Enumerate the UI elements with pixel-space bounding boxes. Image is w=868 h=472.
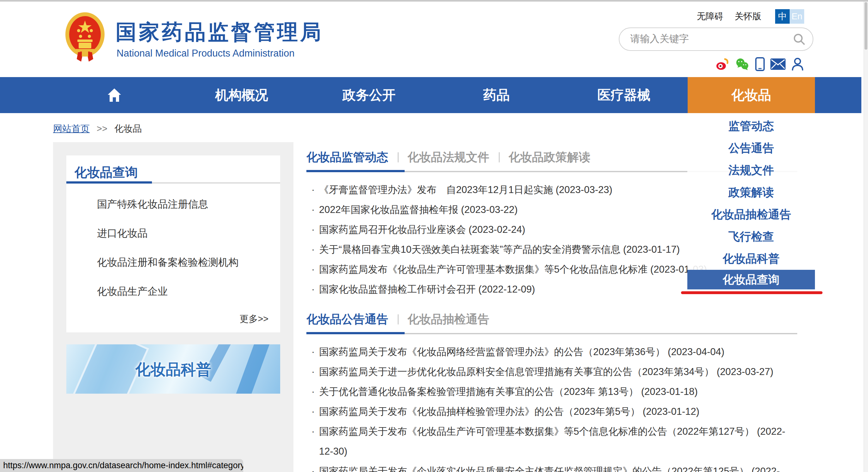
nmpa-homepage: 国家药品监督管理局 National Medical Products Admi… — [0, 0, 868, 472]
tab-separator — [398, 314, 399, 324]
breadcrumb-current: 化妆品 — [114, 123, 142, 134]
tab-fagui-wenjian[interactable]: 化妆品法规文件 — [400, 149, 489, 165]
header-utility-links: 无障碍 关怀版 中 En — [685, 9, 804, 24]
lang-en-button[interactable]: En — [790, 9, 804, 24]
accessibility-link[interactable]: 无障碍 — [697, 10, 723, 23]
nav-item-jigou[interactable]: 机构概况 — [178, 77, 305, 113]
cosmetics-science-banner[interactable]: 化妆品科普 — [66, 344, 280, 394]
nav-home[interactable] — [51, 77, 178, 113]
wechat-icon[interactable] — [735, 57, 749, 71]
section2-news-list: 国家药监局关于发布《化妆品网络经营监督管理办法》的公告（2023年第36号） (… — [306, 342, 797, 472]
submenu-items: 监管动态公告通告法规文件政策解读化妆品抽检通告飞行检查化妆品科普 — [687, 115, 815, 270]
submenu-item[interactable]: 法规文件 — [687, 159, 815, 181]
national-emblem-logo — [65, 12, 105, 62]
sidebar-title: 化妆品查询 — [74, 164, 138, 181]
sidebar-more-link[interactable]: 更多>> — [240, 313, 269, 325]
announcement-section: 化妆品公告通告 化妆品抽检通告 国家药监局关于发布《化妆品网络经营监督管理办法》… — [306, 311, 797, 472]
news-item[interactable]: 国家药监局关于发布《化妆品网络经营监督管理办法》的公告（2023年第36号） (… — [306, 342, 797, 362]
section2-tabs: 化妆品公告通告 化妆品抽检通告 — [306, 311, 797, 328]
breadcrumb-separator: >> — [97, 123, 107, 134]
nav-item-zhengwu[interactable]: 政务公开 — [305, 77, 433, 113]
tab-gonggao-tonggao[interactable]: 化妆品公告通告 — [306, 312, 388, 327]
vertical-scrollbar[interactable] — [864, 2, 868, 472]
lang-zh-button[interactable]: 中 — [775, 9, 790, 24]
search-icon[interactable] — [793, 33, 806, 46]
submenu-item-huazhuangpin-chaxun[interactable]: 化妆品查询 — [687, 270, 815, 289]
sidebar-link[interactable]: 进口化妆品 — [97, 218, 280, 248]
banner-text: 化妆品科普 — [66, 359, 280, 380]
nav-item-huazhuangpin[interactable]: 化妆品 — [688, 77, 815, 113]
weibo-icon[interactable] — [715, 57, 729, 71]
news-item[interactable]: 国家药监局关于发布《化妆品抽样检验管理办法》的公告（2023年第5号） (202… — [306, 402, 797, 421]
search-input[interactable] — [629, 29, 785, 48]
nav-item-yaopin[interactable]: 药品 — [433, 77, 560, 113]
sidebar-link[interactable]: 国产特殊化妆品注册信息 — [97, 189, 280, 218]
social-icons — [715, 57, 804, 71]
submenu-active-underline — [681, 291, 823, 294]
tab-separator — [398, 152, 399, 163]
news-item[interactable]: 国家药监局关于进一步优化化妆品原料安全信息管理措施有关事宜的公告（2023年第3… — [306, 362, 797, 382]
nav-item-qixie[interactable]: 医疗器械 — [560, 77, 687, 113]
site-title: 国家药品监督管理局 — [116, 18, 323, 47]
sidebar-link[interactable]: 化妆品注册和备案检验检测机构 — [97, 248, 280, 277]
main-nav: 机构概况 政务公开 药品 医疗器械 化妆品 — [0, 77, 861, 113]
tab-zhengce-jiedu[interactable]: 化妆品政策解读 — [501, 149, 590, 165]
submenu-item[interactable]: 飞行检查 — [687, 226, 815, 248]
news-item[interactable]: 国家药监局关于发布《化妆品生产许可管理基本数据集》等5个信息化标准的公告（202… — [306, 421, 797, 461]
news-item[interactable]: 关于优化普通化妆品备案检验管理措施有关事宜的公告（2023年 第13号） (20… — [306, 382, 797, 402]
home-icon — [107, 88, 122, 102]
submenu-item[interactable]: 化妆品抽检通告 — [687, 203, 815, 226]
mobile-icon[interactable] — [755, 57, 765, 71]
submenu-item[interactable]: 政策解读 — [687, 181, 815, 203]
breadcrumb-home-link[interactable]: 网站首页 — [53, 123, 90, 134]
mail-icon[interactable] — [770, 58, 785, 70]
main-nav-items: 机构概况 政务公开 药品 医疗器械 化妆品 — [51, 77, 815, 113]
news-item[interactable]: 国家药监局关于发布《企业落实化妆品质量安全主体责任监督管理规定》的公告（2022… — [306, 461, 797, 472]
sidebar-title-rule — [66, 181, 280, 183]
submenu-item[interactable]: 化妆品科普 — [687, 248, 815, 270]
section2-tab-rule — [306, 332, 797, 334]
breadcrumb: 网站首页 >> 化妆品 — [53, 123, 142, 135]
search-box — [619, 28, 813, 51]
tab-separator — [499, 152, 500, 163]
tab-jianguan-dongtai[interactable]: 化妆品监管动态 — [306, 149, 388, 165]
status-url-bar: https://www.nmpa.gov.cn/datasearch/home-… — [0, 459, 243, 472]
left-sidebar: 化妆品查询 国产特殊化妆品注册信息进口化妆品化妆品注册和备案检验检测机构化妆品生… — [53, 142, 293, 472]
tab-choujian-tonggao[interactable]: 化妆品抽检通告 — [400, 312, 489, 327]
scrollbar-thumb[interactable] — [865, 2, 867, 50]
cosmetics-submenu: 监管动态公告通告法规文件政策解读化妆品抽检通告飞行检查化妆品科普 化妆品查询 — [687, 113, 815, 294]
care-version-link[interactable]: 关怀版 — [735, 10, 761, 23]
site-subtitle: National Medical Products Administration — [117, 48, 294, 59]
cosmetics-query-card: 化妆品查询 国产特殊化妆品注册信息进口化妆品化妆品注册和备案检验检测机构化妆品生… — [66, 155, 280, 332]
site-header: 国家药品监督管理局 National Medical Products Admi… — [0, 2, 868, 77]
user-icon[interactable] — [791, 57, 804, 71]
sidebar-link[interactable]: 化妆品生产企业 — [97, 277, 280, 306]
submenu-item[interactable]: 公告通告 — [687, 137, 815, 159]
submenu-item[interactable]: 监管动态 — [687, 115, 815, 137]
